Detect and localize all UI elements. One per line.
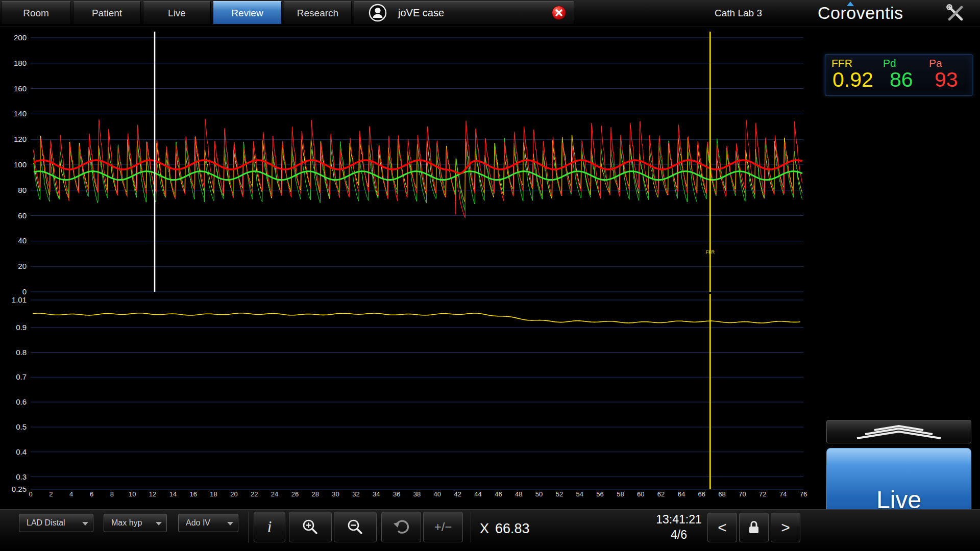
svg-text:76: 76 xyxy=(800,490,807,498)
svg-text:0.4: 0.4 xyxy=(16,447,27,456)
svg-text:0.5: 0.5 xyxy=(16,422,27,431)
svg-text:54: 54 xyxy=(576,490,583,498)
x-cursor-readout: X66.83 xyxy=(480,521,530,537)
svg-text:120: 120 xyxy=(14,135,27,143)
expand-panel-button[interactable] xyxy=(826,420,971,443)
previous-recording-button[interactable]: < xyxy=(707,513,737,542)
close-case-icon[interactable] xyxy=(551,5,567,20)
svg-text:48: 48 xyxy=(515,490,522,498)
tab-live[interactable]: Live xyxy=(143,1,211,24)
svg-text:62: 62 xyxy=(657,490,665,498)
brand-text: Coroventis xyxy=(818,3,903,22)
cath-lab-label: Cath Lab 3 xyxy=(715,0,762,26)
svg-text:38: 38 xyxy=(413,490,421,498)
svg-text:46: 46 xyxy=(495,490,502,498)
svg-text:56: 56 xyxy=(596,490,603,498)
svg-text:0.6: 0.6 xyxy=(16,397,27,406)
svg-text:14: 14 xyxy=(169,490,177,498)
lock-icon xyxy=(746,519,762,536)
svg-text:32: 32 xyxy=(352,490,359,498)
tab-review[interactable]: Review xyxy=(213,1,282,24)
undo-arrow-icon xyxy=(392,518,410,536)
svg-text:70: 70 xyxy=(739,490,746,498)
svg-text:28: 28 xyxy=(312,490,319,498)
svg-text:2: 2 xyxy=(49,490,53,498)
tab-room[interactable]: Room xyxy=(1,1,71,24)
svg-text:0.9: 0.9 xyxy=(16,323,27,332)
x-readout-value: 66.83 xyxy=(495,521,530,536)
svg-text:4: 4 xyxy=(69,490,73,498)
top-tab-bar: Room Patient Live Review Research joVE c… xyxy=(0,0,980,27)
toolbar-separator xyxy=(248,512,249,542)
x-readout-label: X xyxy=(480,521,489,536)
tab-research[interactable]: Research xyxy=(284,1,352,24)
svg-text:180: 180 xyxy=(14,59,27,67)
time-page-block: 13:41:21 4/6 xyxy=(644,513,714,542)
vessel-dropdown-value: LAD Distal xyxy=(27,518,65,528)
hemodynamics-charts[interactable]: 020406080100120140160180200FFR1.010.90.8… xyxy=(0,26,817,509)
svg-text:20: 20 xyxy=(18,262,27,270)
svg-text:16: 16 xyxy=(189,490,197,498)
svg-text:80: 80 xyxy=(18,186,27,194)
zoom-in-button[interactable] xyxy=(289,512,332,542)
svg-text:44: 44 xyxy=(474,490,481,498)
svg-text:74: 74 xyxy=(779,490,787,498)
svg-text:22: 22 xyxy=(251,490,258,498)
svg-text:0.8: 0.8 xyxy=(16,348,27,357)
zoom-out-button[interactable] xyxy=(334,512,377,542)
svg-text:30: 30 xyxy=(332,490,339,498)
svg-text:12: 12 xyxy=(149,490,156,498)
ffr-value: 0.92 xyxy=(832,68,873,92)
chevron-down-icon xyxy=(156,522,162,525)
lock-button[interactable] xyxy=(739,513,769,542)
svg-text:58: 58 xyxy=(617,490,624,498)
svg-text:72: 72 xyxy=(759,490,766,498)
svg-text:18: 18 xyxy=(210,490,217,498)
brand-logo: Coroventis xyxy=(818,3,903,23)
svg-text:36: 36 xyxy=(393,490,400,498)
bottom-toolbar: LAD Distal Max hyp Ado IV i +/− xyxy=(0,509,980,551)
zoom-out-icon xyxy=(346,518,364,536)
svg-text:1.01: 1.01 xyxy=(12,295,27,304)
svg-text:68: 68 xyxy=(718,490,725,498)
chevron-down-icon xyxy=(227,522,233,525)
case-tab[interactable]: joVE case xyxy=(354,1,574,24)
undo-button[interactable] xyxy=(381,512,421,542)
svg-text:0.25: 0.25 xyxy=(12,485,27,493)
svg-text:50: 50 xyxy=(535,490,543,498)
svg-text:52: 52 xyxy=(556,490,563,498)
svg-text:10: 10 xyxy=(129,490,136,498)
toolbar-separator xyxy=(471,512,471,542)
svg-text:66: 66 xyxy=(698,490,705,498)
agent-dropdown-value: Ado IV xyxy=(186,518,210,528)
stacked-chevrons-icon xyxy=(848,423,950,440)
svg-text:200: 200 xyxy=(14,33,27,42)
svg-text:160: 160 xyxy=(14,84,27,93)
svg-text:0.3: 0.3 xyxy=(16,472,27,481)
info-button[interactable]: i xyxy=(254,512,285,542)
svg-text:64: 64 xyxy=(678,490,685,498)
zoom-in-icon xyxy=(301,518,320,536)
svg-text:0: 0 xyxy=(22,287,27,296)
hyperemia-dropdown-value: Max hyp xyxy=(111,518,142,528)
tools-wrench-icon[interactable] xyxy=(946,4,965,23)
patient-avatar-icon xyxy=(369,4,387,22)
svg-text:140: 140 xyxy=(14,109,27,118)
svg-text:6: 6 xyxy=(90,490,93,498)
cursor-label: FFR xyxy=(706,249,715,255)
pa-value: 93 xyxy=(935,68,958,92)
svg-text:100: 100 xyxy=(14,160,27,169)
calibration-button[interactable]: +/− xyxy=(423,512,463,542)
svg-text:60: 60 xyxy=(18,211,27,220)
vessel-dropdown[interactable]: LAD Distal xyxy=(19,514,93,532)
next-recording-button[interactable]: > xyxy=(771,513,800,542)
tab-patient[interactable]: Patient xyxy=(73,1,141,24)
cursor-time: 13:41:21 xyxy=(644,513,714,527)
ffr-readout-panel: FFR Pd Pa 0.92 86 93 xyxy=(825,55,972,95)
svg-text:8: 8 xyxy=(110,490,114,498)
recording-page: 4/6 xyxy=(644,528,714,542)
svg-text:24: 24 xyxy=(271,490,278,498)
agent-dropdown[interactable]: Ado IV xyxy=(178,514,238,532)
case-tab-label: joVE case xyxy=(398,7,444,19)
hyperemia-dropdown[interactable]: Max hyp xyxy=(104,514,167,532)
